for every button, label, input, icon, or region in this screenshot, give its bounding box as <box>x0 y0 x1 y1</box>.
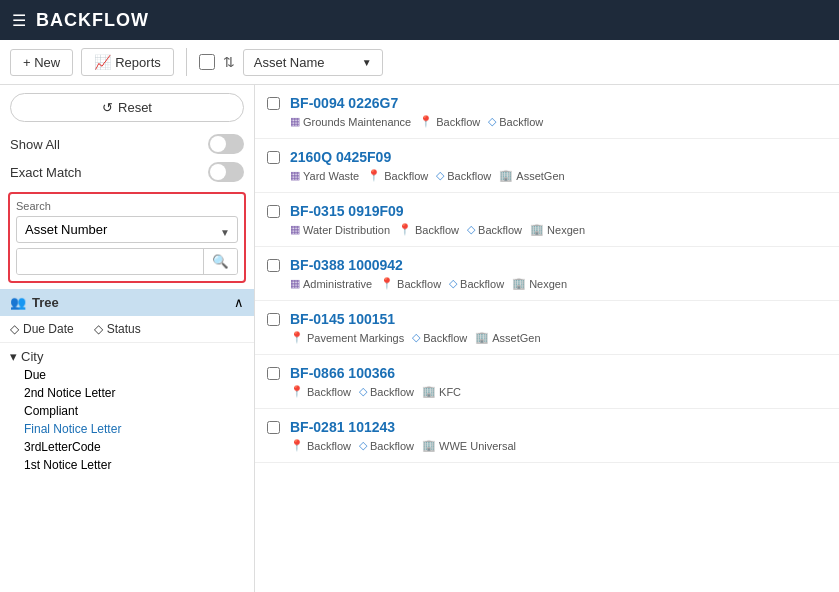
select-all-checkbox[interactable] <box>199 54 215 70</box>
tag-label: Backflow <box>397 278 441 290</box>
list-item[interactable]: Due <box>10 366 244 384</box>
row-title[interactable]: BF-0094 0226G7 <box>290 95 827 111</box>
row-checkbox[interactable] <box>267 313 280 326</box>
tree-col-due-date[interactable]: ◇ Due Date <box>10 322 74 336</box>
show-all-toggle[interactable] <box>208 134 244 154</box>
exact-match-toggle[interactable] <box>208 162 244 182</box>
row-checkbox[interactable] <box>267 421 280 434</box>
tag: ◇Backflow <box>412 331 467 344</box>
table-row: BF-0388 1000942▦Administrative📍Backflow◇… <box>255 247 839 301</box>
building-icon: 🏢 <box>422 439 436 452</box>
tag: 📍Backflow <box>290 385 351 398</box>
row-tags: 📍Backflow◇Backflow🏢KFC <box>290 385 827 398</box>
pin-icon: 📍 <box>290 385 304 398</box>
row-body: BF-0145 100151📍Pavement Markings◇Backflo… <box>290 311 827 344</box>
row-tags: 📍Pavement Markings◇Backflow🏢AssetGen <box>290 331 827 344</box>
grid-icon: ▦ <box>290 169 300 182</box>
list-item[interactable]: Final Notice Letter <box>10 420 244 438</box>
tree-col-status[interactable]: ◇ Status <box>94 322 141 336</box>
app-title: BACKFLOW <box>36 10 149 31</box>
status-label: Status <box>107 322 141 336</box>
diamond-icon: ◇ <box>436 169 444 182</box>
tag: 📍Pavement Markings <box>290 331 404 344</box>
row-tags: ▦Administrative📍Backflow◇Backflow🏢Nexgen <box>290 277 827 290</box>
sort-icon[interactable]: ⇅ <box>223 54 235 70</box>
status-icon: ◇ <box>94 322 103 336</box>
show-all-row: Show All <box>0 130 254 158</box>
row-checkbox[interactable] <box>267 259 280 272</box>
menu-icon[interactable]: ☰ <box>12 11 26 30</box>
reports-chart-icon: 📈 <box>94 54 111 70</box>
reset-button[interactable]: ↺ Reset <box>10 93 244 122</box>
list-item[interactable]: Compliant <box>10 402 244 420</box>
row-title[interactable]: BF-0145 100151 <box>290 311 827 327</box>
search-input[interactable] <box>17 249 203 274</box>
row-checkbox[interactable] <box>267 205 280 218</box>
tag: ▦Water Distribution <box>290 223 390 236</box>
list-item[interactable]: 1st Notice Letter <box>10 456 244 474</box>
row-title[interactable]: BF-0866 100366 <box>290 365 827 381</box>
toolbar: + New 📈 Reports ⇅ Asset Name ▼ <box>0 40 839 85</box>
tag-label: Nexgen <box>547 224 585 236</box>
tag: 📍Backflow <box>290 439 351 452</box>
tag: 🏢KFC <box>422 385 461 398</box>
row-title[interactable]: BF-0388 1000942 <box>290 257 827 273</box>
tag: 📍Backflow <box>380 277 441 290</box>
tree-header[interactable]: 👥 Tree ∧ <box>0 289 254 316</box>
row-body: 2160Q 0425F09▦Yard Waste📍Backflow◇Backfl… <box>290 149 827 182</box>
row-checkbox[interactable] <box>267 97 280 110</box>
tag-label: Nexgen <box>529 278 567 290</box>
tag: 📍Backflow <box>367 169 428 182</box>
reports-button[interactable]: 📈 Reports <box>81 48 174 76</box>
row-checkbox[interactable] <box>267 151 280 164</box>
due-date-label: Due Date <box>23 322 74 336</box>
toolbar-separator <box>186 48 187 76</box>
tag-label: Backflow <box>384 170 428 182</box>
tree-label: Tree <box>32 295 59 310</box>
row-body: BF-0281 101243📍Backflow◇Backflow🏢WWE Uni… <box>290 419 827 452</box>
new-button[interactable]: + New <box>10 49 73 76</box>
tag-label: Administrative <box>303 278 372 290</box>
row-tags: 📍Backflow◇Backflow🏢WWE Universal <box>290 439 827 452</box>
diamond-icon: ◇ <box>449 277 457 290</box>
tag: ▦Administrative <box>290 277 372 290</box>
table-row: BF-0866 100366📍Backflow◇Backflow🏢KFC <box>255 355 839 409</box>
table-row: BF-0145 100151📍Pavement Markings◇Backflo… <box>255 301 839 355</box>
tag-label: AssetGen <box>492 332 540 344</box>
tree-collapse-icon[interactable]: ∧ <box>234 295 244 310</box>
row-title[interactable]: BF-0315 0919F09 <box>290 203 827 219</box>
sort-dropdown[interactable]: Asset Name ▼ <box>243 49 383 76</box>
row-body: BF-0094 0226G7▦Grounds Maintenance📍Backf… <box>290 95 827 128</box>
row-title[interactable]: BF-0281 101243 <box>290 419 827 435</box>
list-item[interactable]: 3rdLetterCode <box>10 438 244 456</box>
diamond-icon: ◇ <box>488 115 496 128</box>
list-item[interactable]: 2nd Notice Letter <box>10 384 244 402</box>
search-field-dropdown[interactable]: Asset Number Asset Name Location Descrip… <box>16 216 238 243</box>
tree-icon: 👥 <box>10 295 26 310</box>
tree-header-left: 👥 Tree <box>10 295 59 310</box>
row-title[interactable]: 2160Q 0425F09 <box>290 149 827 165</box>
diamond-icon: ◇ <box>359 439 367 452</box>
pin-icon: 📍 <box>290 331 304 344</box>
pin-icon: 📍 <box>367 169 381 182</box>
tag-label: Backflow <box>460 278 504 290</box>
due-date-icon: ◇ <box>10 322 19 336</box>
tree-group-city: ▾ City <box>10 347 244 366</box>
row-checkbox[interactable] <box>267 367 280 380</box>
tag-label: Backflow <box>436 116 480 128</box>
row-body: BF-0388 1000942▦Administrative📍Backflow◇… <box>290 257 827 290</box>
tag: ◇Backflow <box>359 439 414 452</box>
tag-label: Pavement Markings <box>307 332 404 344</box>
tag: ▦Yard Waste <box>290 169 359 182</box>
row-body: BF-0866 100366📍Backflow◇Backflow🏢KFC <box>290 365 827 398</box>
table-row: 2160Q 0425F09▦Yard Waste📍Backflow◇Backfl… <box>255 139 839 193</box>
pin-icon: 📍 <box>290 439 304 452</box>
search-button[interactable]: 🔍 <box>203 249 237 274</box>
tag-label: WWE Universal <box>439 440 516 452</box>
content-list: BF-0094 0226G7▦Grounds Maintenance📍Backf… <box>255 85 839 592</box>
building-icon: 🏢 <box>422 385 436 398</box>
table-row: BF-0315 0919F09▦Water Distribution📍Backf… <box>255 193 839 247</box>
tag-label: Backflow <box>415 224 459 236</box>
tag: ◇Backflow <box>436 169 491 182</box>
tag: ◇Backflow <box>467 223 522 236</box>
